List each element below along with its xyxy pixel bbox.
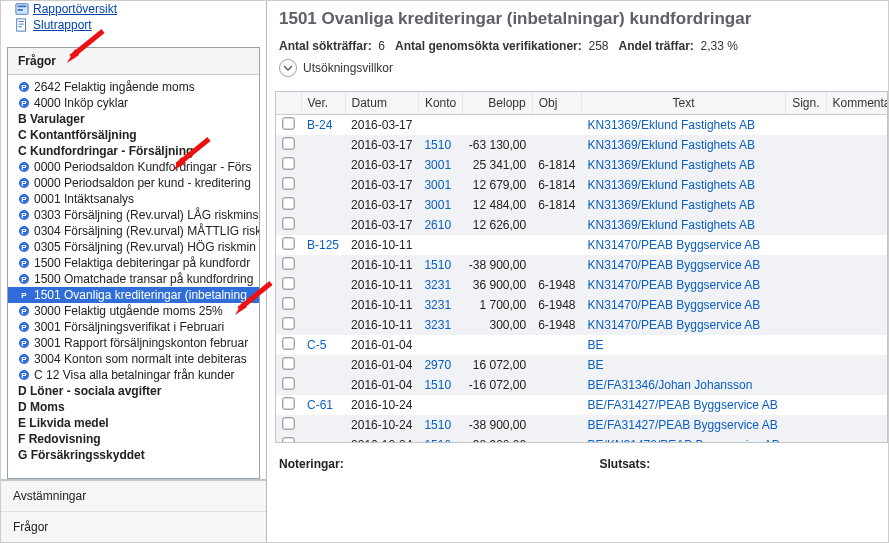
konto-link[interactable]: 1510 — [424, 258, 451, 272]
tree-item[interactable]: P0001 Intäktsanalys — [8, 191, 259, 207]
text-link[interactable]: BE/FA31427/PEAB Byggservice AB — [588, 398, 778, 412]
table-row[interactable]: B-242016-03-17KN31369/Eklund Fastighets … — [276, 115, 888, 136]
row-checkbox[interactable] — [282, 237, 294, 249]
tree-category[interactable]: D Löner - sociala avgifter — [8, 383, 259, 399]
col-checkbox[interactable] — [276, 92, 301, 115]
konto-link[interactable]: 3001 — [424, 158, 451, 172]
table-row[interactable]: 2016-01-041510-16 072,00BE/FA31346/Johan… — [276, 375, 888, 395]
link-slutrapport[interactable]: Slutrapport — [7, 17, 260, 33]
col-belopp[interactable]: Belopp — [463, 92, 532, 115]
col-komm[interactable]: Kommentarer — [826, 92, 888, 115]
col-sign[interactable]: Sign. — [786, 92, 826, 115]
konto-link[interactable]: 2610 — [424, 218, 451, 232]
konto-link[interactable]: 3231 — [424, 298, 451, 312]
tree-category[interactable]: B Varulager — [8, 111, 259, 127]
konto-link[interactable]: 2970 — [424, 358, 451, 372]
row-checkbox[interactable] — [282, 117, 294, 129]
tree-item[interactable]: P2642 Felaktig ingående moms — [8, 79, 259, 95]
row-checkbox[interactable] — [282, 297, 294, 309]
ver-link[interactable]: C-61 — [307, 398, 333, 412]
results-grid-wrap[interactable]: Ver. Datum Konto Belopp Obj Text Sign. K… — [275, 91, 888, 443]
table-row[interactable]: C-612016-10-24BE/FA31427/PEAB Byggservic… — [276, 395, 888, 415]
fragor-tree[interactable]: P2642 Felaktig ingående momsP4000 Inköp … — [8, 75, 259, 478]
konto-link[interactable]: 1510 — [424, 138, 451, 152]
tree-category[interactable]: C Kontantförsäljning — [8, 127, 259, 143]
link-slutrapport-label[interactable]: Slutrapport — [33, 18, 92, 32]
table-row[interactable]: 2016-10-11323136 900,006-1948KN31470/PEA… — [276, 275, 888, 295]
text-link[interactable]: BE — [588, 338, 604, 352]
col-obj[interactable]: Obj — [532, 92, 581, 115]
stack-avstamningar[interactable]: Avstämningar — [1, 480, 266, 511]
table-row[interactable]: 2016-03-171510-63 130,00KN31369/Eklund F… — [276, 135, 888, 155]
text-link[interactable]: KN31369/Eklund Fastighets AB — [588, 198, 755, 212]
tree-item[interactable]: P0000 Periodsaldon Kundfordringar - Förs — [8, 159, 259, 175]
table-row[interactable]: 2016-10-113231300,006-1948KN31470/PEAB B… — [276, 315, 888, 335]
table-row[interactable]: 2016-10-24151038 900,00BE/KN31470/PEAB B… — [276, 435, 888, 443]
row-checkbox[interactable] — [282, 377, 294, 389]
tree-category[interactable]: C Kundfordringar - Försäljning — [8, 143, 259, 159]
row-checkbox[interactable] — [282, 277, 294, 289]
text-link[interactable]: KN31470/PEAB Byggservice AB — [588, 298, 761, 312]
row-checkbox[interactable] — [282, 417, 294, 429]
row-checkbox[interactable] — [282, 157, 294, 169]
row-checkbox[interactable] — [282, 257, 294, 269]
konto-link[interactable]: 3001 — [424, 198, 451, 212]
row-checkbox[interactable] — [282, 337, 294, 349]
konto-link[interactable]: 3001 — [424, 178, 451, 192]
text-link[interactable]: BE/FA31427/PEAB Byggservice AB — [588, 418, 778, 432]
search-conditions-toggle[interactable]: Utsökningsvillkor — [275, 59, 888, 87]
tree-item[interactable]: P3000 Felaktig utgående moms 25% — [8, 303, 259, 319]
link-rapportoversikt-label[interactable]: Rapportöversikt — [33, 2, 117, 16]
row-checkbox[interactable] — [282, 177, 294, 189]
stack-fragor[interactable]: Frågor — [1, 511, 266, 542]
table-row[interactable]: 2016-03-17300112 484,006-1814KN31369/Ekl… — [276, 195, 888, 215]
text-link[interactable]: KN31470/PEAB Byggservice AB — [588, 278, 761, 292]
tree-item[interactable]: P0000 Periodsaldon per kund - krediterin… — [8, 175, 259, 191]
tree-item[interactable]: PC 12 Visa alla betalningar från kunder — [8, 367, 259, 383]
table-row[interactable]: 2016-10-241510-38 900,00BE/FA31427/PEAB … — [276, 415, 888, 435]
row-checkbox[interactable] — [282, 217, 294, 229]
ver-link[interactable]: C-5 — [307, 338, 326, 352]
table-row[interactable]: C-52016-01-04BE — [276, 335, 888, 355]
tree-item[interactable]: P3004 Konton som normalt inte debiteras — [8, 351, 259, 367]
tree-category[interactable]: G Försäkringsskyddet — [8, 447, 259, 463]
tree-item[interactable]: P0304 Försäljning (Rev.urval) MÅTTLIG ri… — [8, 223, 259, 239]
tree-item[interactable]: P0305 Försäljning (Rev.urval) HÖG riskmi… — [8, 239, 259, 255]
table-row[interactable]: B-1252016-10-11KN31470/PEAB Byggservice … — [276, 235, 888, 255]
text-link[interactable]: KN31369/Eklund Fastighets AB — [588, 218, 755, 232]
text-link[interactable]: KN31470/PEAB Byggservice AB — [588, 258, 761, 272]
row-checkbox[interactable] — [282, 357, 294, 369]
row-checkbox[interactable] — [282, 137, 294, 149]
row-checkbox[interactable] — [282, 197, 294, 209]
text-link[interactable]: KN31369/Eklund Fastighets AB — [588, 118, 755, 132]
tree-item[interactable]: P3001 Försäljningsverifikat i Februari — [8, 319, 259, 335]
tree-item[interactable]: P1500 Omatchade transar på kundfordring — [8, 271, 259, 287]
tree-item[interactable]: P1501 Ovanliga krediteringar (inbetalnin… — [8, 287, 259, 303]
col-text[interactable]: Text — [582, 92, 786, 115]
tree-category[interactable]: E Likvida medel — [8, 415, 259, 431]
text-link[interactable]: KN31369/Eklund Fastighets AB — [588, 158, 755, 172]
text-link[interactable]: BE — [588, 358, 604, 372]
table-row[interactable]: 2016-03-17300112 679,006-1814KN31369/Ekl… — [276, 175, 888, 195]
tree-item[interactable]: P4000 Inköp cyklar — [8, 95, 259, 111]
tree-category[interactable]: D Moms — [8, 399, 259, 415]
konto-link[interactable]: 3231 — [424, 278, 451, 292]
tree-category[interactable]: F Redovisning — [8, 431, 259, 447]
row-checkbox[interactable] — [282, 317, 294, 329]
table-row[interactable]: 2016-01-04297016 072,00BE — [276, 355, 888, 375]
tree-item[interactable]: P3001 Rapport försäljningskonton februar — [8, 335, 259, 351]
text-link[interactable]: KN31470/PEAB Byggservice AB — [588, 238, 761, 252]
table-row[interactable]: 2016-10-1132311 700,006-1948KN31470/PEAB… — [276, 295, 888, 315]
row-checkbox[interactable] — [282, 397, 294, 409]
table-row[interactable]: 2016-10-111510-38 900,00KN31470/PEAB Byg… — [276, 255, 888, 275]
col-ver[interactable]: Ver. — [301, 92, 345, 115]
ver-link[interactable]: B-24 — [307, 118, 332, 132]
konto-link[interactable]: 1510 — [424, 418, 451, 432]
col-datum[interactable]: Datum — [345, 92, 418, 115]
text-link[interactable]: KN31470/PEAB Byggservice AB — [588, 318, 761, 332]
konto-link[interactable]: 3231 — [424, 318, 451, 332]
text-link[interactable]: BE/FA31346/Johan Johansson — [588, 378, 753, 392]
link-rapportoversikt[interactable]: Rapportöversikt — [7, 1, 260, 17]
col-konto[interactable]: Konto — [418, 92, 462, 115]
ver-link[interactable]: B-125 — [307, 238, 339, 252]
